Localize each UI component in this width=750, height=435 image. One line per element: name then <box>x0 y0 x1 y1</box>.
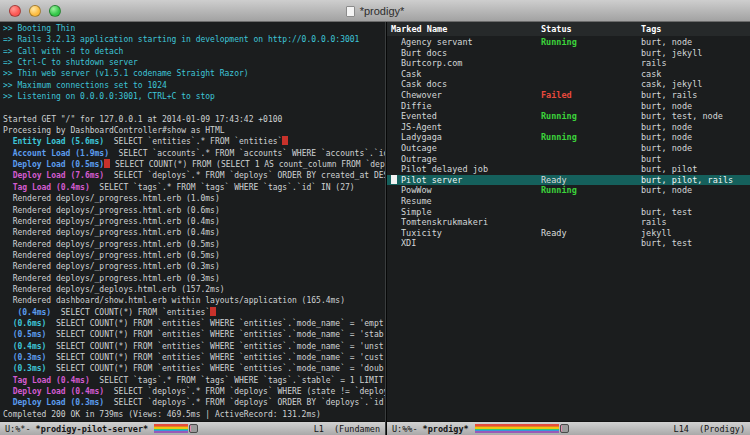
log-segment: Entity Load (5.6ms) <box>3 137 104 146</box>
log-segment: Rendered deploys/_progress.html.erb (0.3… <box>3 274 220 283</box>
service-name: XDI <box>401 238 541 249</box>
service-name: Cask docs <box>401 79 541 90</box>
log-segment: SELECT `deploys`.* FROM `deploys` ORDER … <box>104 398 385 407</box>
log-segment: Rendered dashboard/show.html.erb within … <box>3 296 345 305</box>
log-segment: (0.3ms) <box>3 364 46 373</box>
log-line: Entity Load (5.6ms) SELECT `entities`.* … <box>3 136 385 147</box>
service-tags: burt, node <box>641 101 750 112</box>
right-pane-prodigy-buffer[interactable]: Marked Name Status Tags Agency servantRu… <box>387 22 750 435</box>
log-line: Rendered deploys/_progress.html.erb (0.4… <box>3 216 385 227</box>
modeline-line-number: L1 <box>314 424 324 434</box>
service-row[interactable]: XDIburt, test <box>387 238 750 249</box>
service-name: Chewover <box>401 90 541 101</box>
log-line: (0.3ms) SELECT COUNT(*) FROM `entities` … <box>3 352 385 363</box>
service-row[interactable]: Caskcask <box>387 69 750 80</box>
service-status <box>541 207 641 218</box>
log-segment: Rendered deploys/_progress.html.erb (0.4… <box>3 228 220 237</box>
service-row[interactable]: LadygagaRunningburt, node <box>387 132 750 143</box>
marked-cell <box>391 58 401 69</box>
log-line: Rendered deploys/_progress.html.erb (0.3… <box>3 273 385 284</box>
service-row[interactable]: EventedRunningburt, test, node <box>387 111 750 122</box>
log-segment: >> Booting Thin <box>3 24 75 33</box>
log-line: >> Booting Thin <box>3 23 385 34</box>
nyan-cat-icon <box>560 424 569 433</box>
log-segment: Tag Load (0.4ms) <box>3 183 90 192</box>
log-segment: (0.6ms) <box>3 319 46 328</box>
log-segment: SELECT `entities`.* FROM `entities` <box>104 137 282 146</box>
log-line: >> Listening on 0.0.0.0:3001, CTRL+C to … <box>3 91 385 102</box>
service-tags: burt, jekyll <box>641 48 750 59</box>
service-name: Tomtenskrukmakeri <box>401 217 541 228</box>
service-row[interactable]: TuxicityReadyjekyll <box>387 228 750 239</box>
traffic-lights <box>0 5 61 17</box>
service-row[interactable]: Outcageburt, node <box>387 143 750 154</box>
log-segment: >> Maximum connections set to 1024 <box>3 81 167 90</box>
log-segment: SELECT `tags`.* FROM `tags` WHERE `tags`… <box>90 376 384 385</box>
service-name: Resume <box>401 196 541 207</box>
service-name: Outcage <box>401 143 541 154</box>
titlebar[interactable]: *prodigy* <box>0 0 750 22</box>
service-status <box>541 79 641 90</box>
header-tags: Tags <box>641 24 750 34</box>
service-row[interactable]: Pilot serverReadyburt, pilot, rails <box>387 175 750 186</box>
service-name: Simple <box>401 207 541 218</box>
service-status <box>541 238 641 249</box>
service-row[interactable]: Cask docscask, jekyll <box>387 79 750 90</box>
close-button[interactable] <box>9 5 21 17</box>
left-modeline[interactable]: U:%*- *prodigy-pilot-server* L1 (Fundame… <box>0 421 385 435</box>
service-row[interactable]: Burt docsburt, jekyll <box>387 48 750 59</box>
service-name: Burt docs <box>401 48 541 59</box>
log-line: Completed 200 OK in 739ms (Views: 469.5m… <box>3 409 385 420</box>
log-segment: SELECT `accounts`.* FROM `accounts` WHER… <box>109 149 385 158</box>
service-row[interactable]: PowWowRunningburt, node <box>387 185 750 196</box>
service-tags: cask <box>641 69 750 80</box>
service-tags <box>641 196 750 207</box>
service-name: Pilot server <box>401 175 541 186</box>
log-line <box>3 102 385 113</box>
service-status <box>541 58 641 69</box>
service-tags: burt, pilot <box>641 164 750 175</box>
modeline-buffer-name: *prodigy* <box>423 424 469 434</box>
marked-cell <box>391 185 401 196</box>
service-row[interactable]: Burtcorp.comrails <box>387 58 750 69</box>
service-row[interactable]: Agency servantRunningburt, node <box>387 37 750 48</box>
service-rows: Agency servantRunningburt, nodeBurt docs… <box>387 36 750 421</box>
window-title: *prodigy* <box>360 5 405 17</box>
log-line: Deploy Load (0.3ms) SELECT `deploys`.* F… <box>3 397 385 408</box>
right-modeline[interactable]: U:%%- *prodigy* L14 (Prodigy) <box>387 421 750 435</box>
log-segment: >> Thin web server (v1.5.1 codename Stra… <box>3 69 249 78</box>
log-line: >> Maximum connections set to 1024 <box>3 80 385 91</box>
marked-cell <box>391 132 401 143</box>
service-tags: burt, pilot, rails <box>641 175 750 186</box>
service-tags: burt, node <box>641 143 750 154</box>
service-status <box>541 101 641 112</box>
service-row[interactable]: Diffieburt, node <box>387 101 750 112</box>
log-line: Rendered deploys/_progress.html.erb (0.5… <box>3 250 385 261</box>
marked-cell <box>391 238 401 249</box>
service-row[interactable]: Simpleburt, test <box>387 207 750 218</box>
service-status <box>541 69 641 80</box>
log-line: Deploy Load (0.4ms) SELECT `deploys`.* F… <box>3 386 385 397</box>
zoom-button[interactable] <box>49 5 61 17</box>
service-row[interactable]: JS-Agentburt, node <box>387 122 750 133</box>
log-segment: Rendered deploys/_progress.html.erb (1.0… <box>3 194 220 203</box>
log-segment: Rendered deploys/_progress.html.erb (0.5… <box>3 240 220 249</box>
service-status: Ready <box>541 175 641 186</box>
service-row[interactable]: Pilot delayed jobburt, pilot <box>387 164 750 175</box>
left-pane-process-buffer[interactable]: >> Booting Thin=> Rails 3.2.13 applicati… <box>0 22 385 435</box>
log-line: Rendered deploys/_progress.html.erb (0.3… <box>3 261 385 272</box>
service-row[interactable]: Outrageburt <box>387 154 750 165</box>
ansi-escape-block-icon <box>282 136 288 145</box>
marked-cell <box>391 101 401 112</box>
service-row[interactable]: Tomtenskrukmakerirails <box>387 217 750 228</box>
service-status: Running <box>541 37 641 48</box>
service-status: Ready <box>541 228 641 239</box>
log-segment: SELECT `deploys`.* FROM `deploys` ORDER … <box>104 171 385 180</box>
log-segment: Tag Load (0.4ms) <box>3 376 90 385</box>
minimize-button[interactable] <box>29 5 41 17</box>
marked-cell <box>391 164 401 175</box>
service-row[interactable]: Resume <box>387 196 750 207</box>
service-row[interactable]: ChewoverFailedburt, rails <box>387 90 750 101</box>
service-name: Diffie <box>401 101 541 112</box>
service-tags: burt, test <box>641 207 750 218</box>
